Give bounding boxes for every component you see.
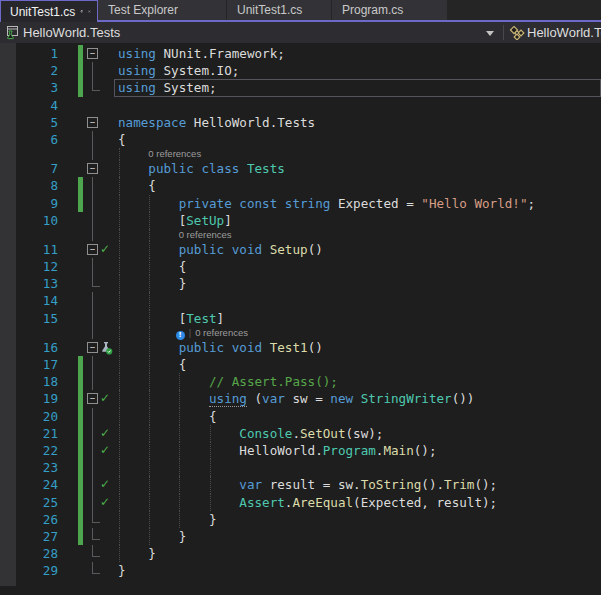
fold-guide-line (92, 327, 93, 339)
code-line-14: 14 (0, 292, 601, 309)
fold-guide-end (92, 545, 93, 556)
code-text[interactable]: { (118, 258, 186, 275)
fold-guide-line (92, 229, 93, 241)
close-icon[interactable] (88, 7, 91, 16)
change-tracking-bar (78, 442, 83, 459)
code-text[interactable]: using (var sw = new StringWriter()) (118, 390, 474, 407)
test-passed-check-icon[interactable]: ✓ (100, 241, 110, 258)
code-text[interactable]: } (118, 511, 217, 528)
tab-test-explorer[interactable]: Test Explorer (98, 0, 227, 20)
line-number: 7 (16, 160, 58, 177)
current-line-highlight (114, 79, 601, 96)
code-line-16: 16− public void Test1() (0, 339, 601, 356)
fold-guide-line (92, 459, 93, 476)
code-text[interactable]: { (118, 177, 156, 194)
line-number: 22 (16, 442, 58, 459)
fold-guide-end (92, 539, 100, 540)
tab-unittest1-cs[interactable]: UnitTest1.cs (227, 0, 332, 20)
indent-guide (149, 229, 150, 241)
code-text[interactable]: Assert.AreEqual(Expected, result); (118, 494, 497, 511)
indent-guide (119, 148, 120, 160)
chevron-down-icon[interactable] (486, 31, 494, 36)
code-text[interactable]: using NUnit.Framework; (118, 45, 285, 62)
code-text[interactable]: using System.IO; (118, 62, 239, 79)
test-passed-check-icon[interactable]: ✓ (100, 494, 110, 511)
codelens-references-link[interactable]: 0 references (148, 148, 201, 160)
fold-collapse-box[interactable]: − (87, 342, 98, 353)
code-line-9: 9 private const string Expected = "Hello… (0, 195, 601, 212)
line-number: 11 (16, 241, 58, 258)
line-number: 26 (16, 511, 58, 528)
test-passed-check-icon[interactable]: ✓ (100, 442, 110, 459)
fold-guide-end (92, 573, 100, 574)
test-project-icon (4, 25, 19, 44)
code-line-5: 5−namespace HelloWorld.Tests (0, 114, 601, 131)
fold-collapse-box[interactable]: − (87, 244, 98, 255)
code-line-10: 10 [SetUp] (0, 212, 601, 229)
indent-guide (149, 327, 150, 339)
fold-guide-end (92, 522, 100, 523)
line-number: 2 (16, 62, 58, 79)
line-number: 10 (16, 212, 58, 229)
fold-guide-line (92, 131, 93, 148)
pin-icon[interactable] (80, 6, 83, 17)
codelens-references-link[interactable]: 0 references (179, 229, 232, 241)
line-number: 5 (16, 114, 58, 131)
code-line-24: 24✓ var result = sw.ToString().Trim(); (0, 476, 601, 493)
fold-guide-end (92, 275, 93, 286)
line-number: 3 (16, 79, 58, 96)
code-editor[interactable]: 1−using NUnit.Framework;2using System.IO… (0, 43, 601, 595)
fold-guide-line (92, 258, 93, 275)
change-tracking-bar (78, 494, 83, 511)
code-line-7: 7− public class Tests (0, 160, 601, 177)
test-passed-check-icon[interactable]: ✓ (100, 390, 110, 407)
code-text[interactable]: [SetUp] (118, 212, 232, 229)
fold-guide-line (92, 425, 93, 442)
fold-collapse-box[interactable]: − (87, 393, 98, 404)
code-text[interactable]: { (118, 131, 126, 148)
line-number: 18 (16, 373, 58, 390)
code-text[interactable]: var result = sw.ToString().Trim(); (118, 476, 497, 493)
class-icon (509, 26, 525, 44)
breadcrumb-project-dropdown[interactable]: HelloWorld.Tests (23, 22, 120, 43)
fold-collapse-box[interactable]: − (87, 117, 98, 128)
code-text[interactable]: { (118, 408, 217, 425)
code-text[interactable]: } (118, 562, 126, 579)
code-text[interactable]: public void Setup() (118, 241, 323, 258)
code-line-23: 23 (0, 459, 601, 476)
code-text[interactable]: private const string Expected = "Hello W… (118, 195, 535, 212)
fold-collapse-box[interactable]: − (87, 48, 98, 59)
fold-collapse-box[interactable]: − (87, 163, 98, 174)
code-text[interactable]: public void Test1() (118, 339, 323, 356)
code-text[interactable]: } (118, 545, 156, 562)
code-text[interactable]: namespace HelloWorld.Tests (118, 114, 315, 131)
tab-program-cs[interactable]: Program.cs (332, 0, 448, 20)
fold-guide-line (92, 62, 93, 79)
line-number: 12 (16, 258, 58, 275)
code-text[interactable]: } (118, 528, 186, 545)
code-text[interactable]: { (118, 356, 186, 373)
test-passed-check-icon[interactable]: ✓ (100, 476, 110, 493)
code-text[interactable]: // Assert.Pass(); (118, 373, 338, 390)
test-passed-check-icon[interactable]: ✓ (100, 425, 110, 442)
code-line-3: 3using System; (0, 79, 601, 96)
fold-guide-line (92, 148, 93, 160)
code-text[interactable]: public class Tests (118, 160, 285, 177)
code-line-17: 17 { (0, 356, 601, 373)
code-line-22: 22✓ HelloWorld.Program.Main(); (0, 442, 601, 459)
code-text[interactable]: HelloWorld.Program.Main(); (118, 442, 436, 459)
code-line-28: 28 } (0, 545, 601, 562)
change-tracking-bar (78, 408, 83, 425)
code-line-26: 26 } (0, 511, 601, 528)
line-number: 23 (16, 459, 58, 476)
fold-guide-end (92, 528, 93, 539)
breadcrumb-type-dropdown[interactable]: HelloWorld.Tests (527, 22, 601, 43)
code-text[interactable]: } (118, 275, 186, 292)
fold-guide-end (92, 511, 93, 522)
indent-guide (119, 459, 120, 476)
tab-unittest1-active[interactable]: UnitTest1.cs (0, 0, 98, 22)
change-tracking-bar (78, 195, 83, 212)
fold-guide-line (92, 494, 93, 511)
code-text[interactable]: [Test] (118, 310, 224, 327)
code-text[interactable]: Console.SetOut(sw); (118, 425, 383, 442)
